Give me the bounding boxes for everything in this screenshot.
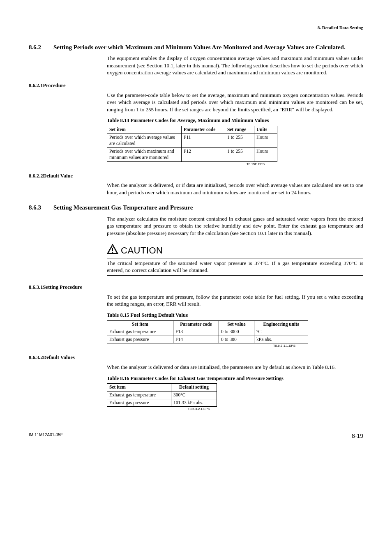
body-8631: To set the gas temperature and pressure,…: [107, 293, 363, 308]
td: Exhaust gas pressure: [107, 399, 171, 407]
heading-title: Procedure: [43, 83, 65, 88]
page-number: 8-19: [352, 432, 363, 440]
table-row: Periods over which average values are ca…: [107, 134, 277, 147]
th: Default setting: [171, 384, 217, 391]
eps-label: T8.6.3.1.1.EPS: [107, 344, 295, 348]
table-815: Set item Parameter code Set value Engine…: [107, 320, 308, 344]
td: 300°C: [171, 391, 217, 399]
caption-t816: Table 8.16 Parameter Codes for Exhaust G…: [107, 375, 363, 382]
heading-8621: 8.6.2.1Procedure: [29, 82, 363, 89]
td: 1 to 255: [225, 147, 254, 161]
heading-title: Default Value: [43, 173, 73, 179]
td: Periods over which average values are ca…: [107, 134, 182, 147]
th: Set item: [107, 384, 171, 391]
th: Set item: [107, 126, 182, 134]
td: 101.33 kPa abs.: [171, 399, 217, 407]
heading-title: Setting Measurement Gas Temperature and …: [53, 203, 193, 212]
td: 0 to 300: [219, 336, 254, 343]
eps-label: T8.6.3.2.1.EPS: [107, 407, 210, 412]
caution-body: The critical temperature of the saturate…: [107, 260, 363, 274]
table-row: Periods over which maximum and minimum v…: [107, 147, 277, 161]
caution-heading: CAUTION: [107, 244, 363, 257]
heading-number: 8.6.2.2: [29, 173, 43, 179]
td: Exhaust gas pressure: [107, 336, 173, 343]
eps-label: T8.15E.EPS: [107, 162, 265, 167]
page-footer: IM 11M12A01-05E 8-19: [29, 432, 363, 440]
caption-t814: Table 8.14 Parameter Codes for Average, …: [107, 117, 363, 124]
heading-title: Default Values: [43, 355, 74, 360]
th: Parameter code: [173, 320, 219, 328]
th: Set value: [219, 320, 254, 328]
table-row: Exhaust gas pressure F14 0 to 300 kPa ab…: [107, 336, 308, 343]
td: kPa abs.: [254, 336, 308, 343]
table-row: Exhaust gas temperature F13 0 to 3000 °C: [107, 328, 308, 336]
heading-number: 8.6.2: [29, 43, 53, 51]
body-8621: Use the parameter-code table below to se…: [107, 92, 363, 113]
heading-862: 8.6.2 Setting Periods over which Maximum…: [29, 43, 363, 51]
heading-8631: 8.6.3.1Setting Procedure: [29, 284, 363, 291]
svg-point-3: [112, 252, 113, 253]
running-header: 8. Detailed Data Setting: [29, 25, 363, 31]
caption-t815: Table 8.15 Fuel Setting Default Value: [107, 312, 363, 319]
heading-number: 8.6.3.1: [29, 284, 43, 290]
heading-8632: 8.6.3.2Default Values: [29, 354, 363, 361]
heading-863: 8.6.3 Setting Measurement Gas Temperatur…: [29, 203, 363, 212]
td: F14: [173, 336, 219, 343]
td: Periods over which maximum and minimum v…: [107, 147, 182, 161]
caution-label: CAUTION: [121, 244, 163, 257]
divider: [107, 275, 363, 276]
th: Parameter code: [182, 126, 225, 134]
body-8622: When the analyzer is delivered, or if da…: [107, 182, 363, 196]
heading-number: 8.6.3: [29, 203, 53, 212]
td: Exhaust gas temperature: [107, 328, 173, 336]
th: Units: [254, 126, 277, 134]
table-814: Set item Parameter code Set range Units …: [107, 126, 277, 162]
divider: [107, 258, 363, 258]
td: 1 to 255: [225, 134, 254, 147]
intro-862: The equipment enables the display of oxy…: [107, 55, 363, 76]
heading-title: Setting Periods over which Maximum and M…: [53, 43, 346, 51]
body-8632: When the analyzer is delivered or data a…: [107, 364, 363, 371]
table-816: Set item Default setting Exhaust gas tem…: [107, 383, 217, 407]
td: Hours: [254, 147, 277, 161]
td: F13: [173, 328, 219, 336]
heading-number: 8.6.3.2: [29, 355, 43, 360]
th: Set item: [107, 320, 173, 328]
td: °C: [254, 328, 308, 336]
th: Set range: [225, 126, 254, 134]
heading-number: 8.6.2.1: [29, 83, 43, 88]
td: Hours: [254, 134, 277, 147]
th: Engineering units: [254, 320, 308, 328]
td: F11: [182, 134, 225, 147]
doc-id: IM 11M12A01-05E: [29, 432, 63, 440]
intro-863: The analyzer calculates the moisture con…: [107, 215, 363, 237]
heading-8622: 8.6.2.2Default Value: [29, 173, 363, 180]
warning-triangle-icon: [107, 244, 118, 257]
td: Exhaust gas temperature: [107, 391, 171, 399]
heading-title: Setting Procedure: [43, 284, 82, 290]
td: 0 to 3000: [219, 328, 254, 336]
td: F12: [182, 147, 225, 161]
table-row: Exhaust gas temperature 300°C: [107, 391, 217, 399]
table-row: Exhaust gas pressure 101.33 kPa abs.: [107, 399, 217, 407]
